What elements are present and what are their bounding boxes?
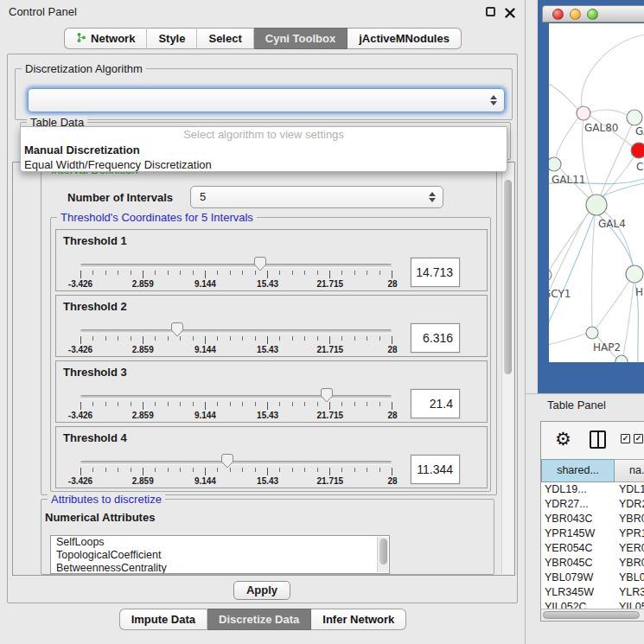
table-rows: YDL19...YDL19YDR27...YDR27YBR043CYBR043C…: [541, 482, 644, 609]
network-node[interactable]: [615, 355, 628, 362]
bottom-tabstrip: Impute Data Discretize Data Infer Networ…: [0, 609, 526, 630]
horizontal-scrollbar[interactable]: [541, 609, 644, 621]
threshold-value-field[interactable]: 6.316: [411, 323, 460, 353]
node-label: GAL4: [598, 218, 626, 230]
threshold-value-field[interactable]: 14.713: [411, 258, 460, 287]
algorithm-combobox[interactable]: [28, 88, 505, 112]
checkbox-icon[interactable]: ✓: [621, 434, 630, 443]
network-edge: [623, 283, 634, 355]
tab-label: jActiveMNodules: [359, 32, 450, 45]
apply-button[interactable]: Apply: [233, 581, 290, 600]
slider-track[interactable]: [80, 461, 392, 464]
attribute-item[interactable]: SelfLoops: [51, 536, 389, 549]
table-row[interactable]: YLR345WYLR345W: [541, 585, 644, 600]
table-row[interactable]: YDL19...YDL19: [541, 482, 644, 497]
network-edge: [549, 213, 588, 320]
checkbox-icon[interactable]: ✓: [634, 434, 643, 443]
close-traffic-light[interactable]: [552, 9, 564, 20]
slider-thumb[interactable]: [254, 257, 267, 271]
control-panel: Control Panel Network Style Select Cyni …: [0, 0, 526, 644]
network-edge: [590, 110, 627, 115]
network-edge: [549, 169, 550, 183]
tab-cyni-toolbox[interactable]: Cyni Toolbox: [254, 28, 348, 49]
threshold-value-field[interactable]: 21.4: [411, 389, 460, 418]
group-label: Attributes to discretize: [48, 493, 165, 506]
tab-select[interactable]: Select: [197, 28, 253, 49]
table-row[interactable]: YBR043CYBR043C: [541, 512, 644, 526]
table-row[interactable]: YPR145WYPR145W: [541, 526, 644, 541]
attribute-item[interactable]: BetweennessCentrality: [51, 562, 389, 574]
popup-option-equal-width-frequency[interactable]: Equal Width/Frequency Discretization: [21, 157, 507, 172]
slider-ticks: [80, 271, 392, 278]
close-icon[interactable]: [505, 6, 515, 16]
node-label: GAL: [635, 125, 644, 137]
network-icon: [76, 32, 86, 46]
cyni-toolbox-panel: Discretization Algorithm Table Data galF…: [7, 54, 518, 603]
scrollbar-thumb[interactable]: [543, 611, 640, 619]
network-edge: [549, 334, 586, 348]
numerical-attributes-list[interactable]: SelfLoopsTopologicalCoefficientBetweenne…: [50, 535, 390, 574]
scrollbar-thumb[interactable]: [379, 539, 387, 564]
threshold-label: Threshold 4: [63, 431, 127, 444]
network-node[interactable]: [626, 265, 643, 283]
tab-jactivemnodules[interactable]: jActiveMNodules: [348, 28, 462, 49]
vertical-scrollbar[interactable]: [501, 163, 513, 574]
split-columns-icon[interactable]: [590, 430, 606, 449]
threshold-slider[interactable]: -3.4262.8599.14415.4321.71528: [80, 453, 392, 491]
number-of-intervals-combobox[interactable]: 5: [190, 186, 443, 208]
table-row[interactable]: YDR27...YDR27: [541, 497, 644, 512]
tab-label: Infer Network: [322, 613, 394, 626]
network-node[interactable]: [631, 143, 644, 158]
network-node[interactable]: [627, 110, 642, 125]
slider-track[interactable]: [80, 395, 392, 399]
stepper-icon: [490, 95, 497, 105]
panel-title: Control Panel: [9, 5, 77, 18]
list-scrollbar[interactable]: [377, 537, 388, 572]
attributes-group: Attributes to discretize Numerical Attri…: [41, 499, 494, 575]
network-edge: [556, 118, 578, 157]
table-row[interactable]: YER054CYER054C: [541, 541, 644, 556]
threshold-slider[interactable]: -3.4262.8599.14415.4321.71528: [80, 322, 392, 360]
slider-track[interactable]: [80, 264, 392, 267]
network-node[interactable]: [549, 157, 561, 171]
scrollbar-thumb[interactable]: [504, 180, 512, 374]
popup-option-manual-discretization[interactable]: Manual Discretization: [21, 143, 507, 157]
network-node[interactable]: [586, 194, 607, 215]
threshold-label: Threshold 2: [63, 300, 127, 313]
slider-tick-labels: -3.4262.8599.14415.4321.71528: [80, 279, 392, 290]
slider-thumb[interactable]: [321, 388, 334, 403]
algorithm-dropdown-popup: Select algorithm to view settings Manual…: [20, 126, 507, 172]
table-row[interactable]: YBL079WYBL079W: [541, 571, 644, 585]
tab-infer-network[interactable]: Infer Network: [311, 609, 406, 630]
slider-track[interactable]: [80, 329, 392, 333]
column-header-shared-name[interactable]: shared...: [541, 459, 615, 482]
network-canvas[interactable]: GAL80GALCGAL11GAL4GCY1HHAP2: [549, 23, 644, 362]
node-label: GAL11: [552, 174, 585, 186]
network-node[interactable]: [577, 106, 590, 120]
tab-impute-data[interactable]: Impute Data: [119, 609, 207, 630]
network-window-titlebar[interactable]: [542, 5, 644, 22]
slider-thumb[interactable]: [170, 322, 183, 337]
gear-icon[interactable]: ⚙: [555, 428, 571, 450]
network-node[interactable]: [586, 327, 598, 339]
slider-ticks: [80, 402, 392, 410]
threshold-value-field[interactable]: 11.344: [411, 455, 460, 484]
table-panel-title: Table Panel: [547, 399, 606, 411]
zoom-traffic-light[interactable]: [587, 9, 598, 20]
tab-style[interactable]: Style: [147, 28, 197, 49]
network-node[interactable]: [549, 269, 552, 281]
threshold-slider[interactable]: -3.4262.8599.14415.4321.71528: [80, 256, 392, 294]
table-header: shared... na...: [541, 459, 644, 482]
table-row[interactable]: YIL052CYIL052C: [541, 600, 644, 609]
threshold-slider[interactable]: -3.4262.8599.14415.4321.71528: [80, 387, 392, 425]
minimize-traffic-light[interactable]: [570, 9, 581, 20]
float-window-icon[interactable]: [486, 7, 495, 16]
slider-thumb[interactable]: [220, 454, 233, 469]
column-header-name[interactable]: na...: [615, 459, 644, 482]
attribute-item[interactable]: TopologicalCoefficient: [51, 549, 389, 562]
slider-ticks: [80, 336, 392, 344]
tab-discretize-data[interactable]: Discretize Data: [207, 609, 311, 630]
tab-network[interactable]: Network: [64, 28, 147, 49]
popup-placeholder: Select algorithm to view settings: [21, 127, 507, 143]
table-row[interactable]: YBR045CYBR045C: [541, 556, 644, 571]
